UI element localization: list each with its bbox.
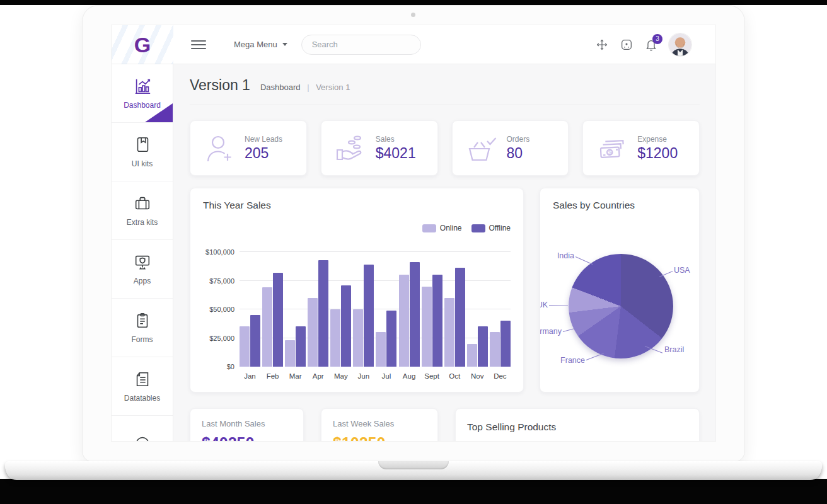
basket-check-icon <box>464 133 499 163</box>
bar-online <box>262 287 272 367</box>
bar-group-aug: Aug <box>399 252 420 367</box>
sidebar-item-partial[interactable] <box>112 416 173 442</box>
hamburger-icon[interactable] <box>191 38 206 52</box>
stat-label: Expense <box>637 135 678 144</box>
sidebar-item-label: Extra kits <box>127 218 158 227</box>
legend-label: Online <box>440 224 462 232</box>
active-corner <box>145 103 173 122</box>
legend-swatch <box>471 224 485 232</box>
summary-card-title: Top Selling Products <box>467 419 688 433</box>
book-icon <box>133 135 152 154</box>
page-header: Version 1 Dashboard | Version 1 <box>190 64 700 105</box>
search-input[interactable] <box>312 40 423 49</box>
bar-online <box>399 275 409 367</box>
bar-group-nov: Nov <box>467 252 488 367</box>
bar-group-dec: Dec <box>490 252 511 367</box>
bar-group-feb: Feb <box>262 252 283 367</box>
sidebar-item-label: UI kits <box>132 159 153 168</box>
logo-zone: G <box>112 25 173 64</box>
sidebar-item-apps[interactable]: Apps <box>112 240 173 299</box>
chart-icon <box>133 77 152 96</box>
breadcrumb: Dashboard | Version 1 <box>260 83 350 92</box>
summary-card-title: Last Week Sales <box>333 419 426 428</box>
search-box[interactable] <box>301 35 421 55</box>
bar-group-jan: Jan <box>240 252 260 367</box>
sidebar-item-label: Apps <box>134 277 151 285</box>
bar-offline <box>455 268 465 367</box>
main-content: Version 1 Dashboard | Version 1 New Lead… <box>173 64 716 442</box>
sidebar-item-label: Forms <box>132 335 153 344</box>
bar-offline <box>250 315 260 367</box>
banknotes-icon: $ <box>594 133 630 163</box>
sidebar-item-dashboard[interactable]: Dashboard <box>112 64 173 123</box>
pie-label-india: India <box>557 251 574 260</box>
x-axis-tick: May <box>330 372 351 380</box>
bar-group-sept: Sept <box>422 252 442 367</box>
breadcrumb-separator: | <box>307 83 309 92</box>
sidebar-item-ui-kits[interactable]: UI kits <box>112 123 173 181</box>
breadcrumb-section[interactable]: Dashboard <box>260 83 301 92</box>
bar-offline <box>296 326 306 367</box>
svg-text:$: $ <box>608 149 613 156</box>
brand-logo[interactable]: G <box>134 33 151 57</box>
bar-online <box>444 298 454 367</box>
sidebar-item-datatables[interactable]: Datatables <box>112 357 173 416</box>
stat-card-expense: $Expense$1200 <box>582 120 700 176</box>
bar-offline <box>500 321 511 367</box>
letterbox-bottom <box>0 479 827 504</box>
bar-group-oct: Oct <box>444 252 465 367</box>
sidebar-item-extra-kits[interactable]: Extra kits <box>112 181 173 240</box>
mega-menu-button[interactable]: Mega Menu <box>234 40 287 49</box>
bar-offline <box>410 262 420 367</box>
x-axis-tick: Jul <box>376 372 396 380</box>
legend-item-offline[interactable]: Offline <box>471 224 511 232</box>
bar-online <box>330 309 340 367</box>
y-axis-tick: $75,000 <box>199 277 234 285</box>
y-axis-tick: $50,000 <box>199 306 234 313</box>
y-axis-tick: $25,000 <box>199 335 234 342</box>
laptop-screen: G Mega Menu <box>82 5 745 462</box>
summary-card-value: $40250 <box>202 434 292 442</box>
hand-coins-icon <box>333 133 368 163</box>
summary-card-value: $10250 <box>333 434 426 442</box>
legend-item-online[interactable]: Online <box>422 224 462 232</box>
bell-icon[interactable]: 3 <box>644 38 658 52</box>
pie-label-brazil: Brazil <box>664 345 684 354</box>
move-icon[interactable] <box>595 38 609 52</box>
bar-offline <box>386 311 396 367</box>
x-axis-tick: Feb <box>262 372 283 380</box>
legend-swatch <box>422 224 436 232</box>
bar-group-jul: Jul <box>376 252 396 367</box>
avatar[interactable] <box>669 33 691 56</box>
y-axis-tick: $0 <box>199 363 234 370</box>
apps-box-icon[interactable] <box>620 38 633 52</box>
stat-card-sales: Sales$4021 <box>321 120 438 176</box>
pie-label-usa: USA <box>674 266 690 275</box>
bar-chart-title: This Year Sales <box>203 200 511 211</box>
stat-value: 80 <box>507 145 530 162</box>
navbar-actions: 3 <box>595 33 691 56</box>
clipboard-icon <box>133 311 152 330</box>
summary-card-last-week-sales: Last Week Sales$10250 <box>321 408 438 442</box>
stat-label: Orders <box>507 135 530 144</box>
pie-chart-card: Sales by Countries USABrazilFranceGerman… <box>540 188 700 392</box>
pie-label-line <box>575 256 593 265</box>
stat-value: $4021 <box>376 145 416 162</box>
pie-label-line <box>549 305 568 306</box>
sidebar-item-forms[interactable]: Forms <box>112 299 173 357</box>
pie-label-france: France <box>560 356 585 365</box>
bar-online <box>353 309 363 367</box>
pie-label-germany: Germany <box>540 327 562 336</box>
bar-online <box>240 326 250 367</box>
stat-value: 205 <box>245 145 282 162</box>
bar-group-mar: Mar <box>285 252 306 367</box>
pie-label-uk: UK <box>540 301 548 309</box>
stat-card-new-leads: New Leads205 <box>190 120 307 176</box>
sidebar-item-label: Datatables <box>124 394 160 403</box>
x-axis-tick: Apr <box>308 372 328 380</box>
bar-offline <box>318 260 328 367</box>
bar-chart-card: This Year Sales OnlineOffline $0$25,000$… <box>190 188 524 392</box>
pie-chart-title: Sales by Countries <box>553 200 686 211</box>
headphones-icon <box>133 433 152 442</box>
x-axis-tick: Dec <box>490 372 511 380</box>
